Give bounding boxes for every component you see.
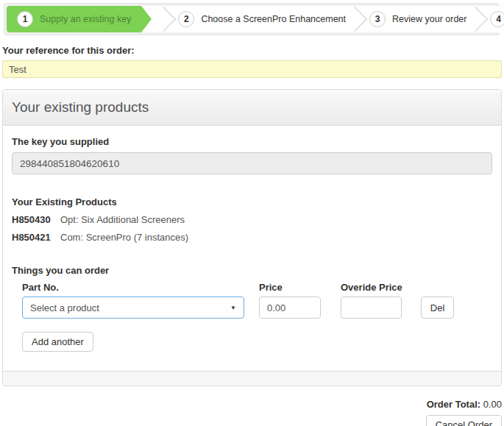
- override-price-input[interactable]: [341, 297, 402, 319]
- key-label: The key you supplied: [12, 136, 492, 147]
- step-1-badge: 1: [17, 11, 33, 27]
- order-totals: Order Total: 0.00 Cancel Order: [2, 399, 502, 426]
- existing-products-list: Your Existing Products H850430 Opt: Six …: [12, 196, 492, 243]
- override-price-label: Overide Price: [341, 282, 402, 293]
- delete-line-button[interactable]: Del: [421, 297, 455, 319]
- step-3-badge: 3: [369, 11, 386, 27]
- order-wizard: 1 Supply an existing key 2 Choose a Scre…: [4, 3, 500, 35]
- wizard-step-3[interactable]: 3 Review your order: [359, 6, 477, 32]
- chevron-down-icon: ▼: [230, 305, 236, 311]
- things-you-can-order-section: Things you can order Part No. Select a p…: [12, 265, 492, 319]
- order-total-line: Order Total: 0.00: [2, 399, 502, 410]
- product-row: H850421 Com: ScreenPro (7 instances): [12, 232, 492, 243]
- order-line-row: Part No. Select a product ▼ Price Overid…: [22, 282, 492, 319]
- cancel-order-button[interactable]: Cancel Order: [426, 415, 502, 426]
- product-description: Com: ScreenPro (7 instances): [60, 232, 188, 243]
- existing-products-heading: Your Existing Products: [12, 196, 492, 207]
- product-select-value: Select a product: [30, 302, 99, 313]
- part-no-column: Part No. Select a product ▼: [22, 282, 244, 319]
- step-2-badge: 2: [178, 11, 194, 27]
- reference-input[interactable]: [2, 60, 502, 78]
- reference-label: Your reference for this order:: [2, 45, 502, 56]
- wizard-steps: 1 Supply an existing key 2 Choose a Scre…: [7, 6, 504, 32]
- price-column: Price: [259, 282, 321, 319]
- add-another-button[interactable]: Add another: [22, 332, 93, 352]
- panel-title: Your existing products: [3, 90, 501, 126]
- price-input[interactable]: [259, 297, 321, 319]
- wizard-step-2[interactable]: 2 Choose a ScreenPro Enhancement: [168, 6, 356, 32]
- part-no-label: Part No.: [22, 282, 244, 293]
- step-4-badge: 4: [490, 11, 504, 27]
- supplied-key-input: [12, 152, 492, 174]
- order-total-value: 0.00: [480, 399, 502, 410]
- price-label: Price: [259, 282, 321, 293]
- step-2-label: Choose a ScreenPro Enhancement: [201, 14, 346, 24]
- order-section-heading: Things you can order: [12, 265, 492, 276]
- panel-body: The key you supplied Your Existing Produ…: [3, 126, 501, 371]
- product-description: Opt: Six Additional Screeners: [60, 214, 185, 225]
- existing-products-panel: Your existing products The key you suppl…: [2, 89, 502, 386]
- product-part-no: H850430: [12, 214, 60, 225]
- product-row: H850430 Opt: Six Additional Screeners: [12, 214, 492, 225]
- wizard-step-1[interactable]: 1 Supply an existing key: [7, 6, 141, 32]
- override-price-column: Overide Price: [341, 282, 402, 319]
- order-total-label: Order Total:: [427, 399, 480, 410]
- product-part-no: H850421: [12, 232, 60, 243]
- step-3-label: Review your order: [392, 14, 466, 24]
- step-1-label: Supply an existing key: [40, 14, 131, 24]
- panel-footer: [3, 371, 501, 386]
- product-select[interactable]: Select a product ▼: [22, 297, 244, 319]
